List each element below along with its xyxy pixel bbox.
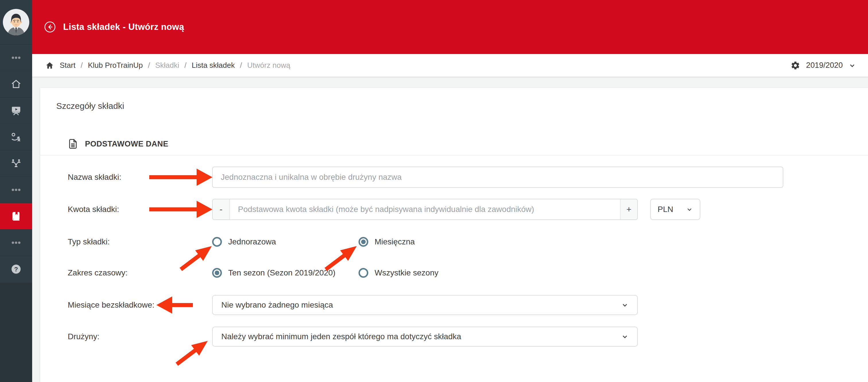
tactics-icon: [11, 131, 22, 143]
radio-this-season[interactable]: [212, 268, 222, 278]
fees-book-icon: [11, 211, 22, 222]
sidebar-footer-space: [0, 283, 32, 382]
help-icon: ?: [11, 264, 22, 274]
home-icon: [11, 79, 22, 90]
section-header-basic-data: PODSTAWOWE DANE: [67, 134, 168, 154]
teams-select-value: Należy wybrać minimum jeden zespół które…: [221, 332, 461, 341]
sidebar-item-tactics[interactable]: [0, 124, 32, 150]
sidebar-item-trainings[interactable]: [0, 97, 32, 124]
breadcrumb-separator: /: [179, 61, 191, 70]
sidebar: ?: [0, 0, 32, 382]
sidebar-item-menu-group-2[interactable]: [0, 177, 32, 203]
breadcrumb-item-create-new: Utwórz nową: [247, 61, 290, 70]
sidebar-item-home[interactable]: [0, 71, 32, 97]
radio-monthly-label: Miesięczna: [375, 237, 415, 246]
range-option-all-seasons: Wszystkie sezony: [359, 268, 439, 278]
chevron-down-icon: [848, 62, 856, 69]
currency-value: PLN: [658, 205, 673, 214]
breadcrumb-separator: /: [75, 61, 88, 70]
breadcrumb-separator: /: [143, 61, 155, 70]
form-row-name: Nazwa składki:: [68, 167, 857, 188]
radio-monthly[interactable]: [359, 237, 368, 247]
breadcrumb-bar: Start / Klub ProTrainUp / Składki / List…: [32, 54, 868, 77]
page-header: Lista składek - Utwórz nową: [32, 0, 868, 54]
type-option-one-time: Jednorazowa: [212, 237, 359, 247]
radio-all-seasons[interactable]: [359, 268, 368, 278]
teams-select[interactable]: Należy wybrać minimum jeden zespół które…: [212, 327, 638, 347]
radio-one-time-label: Jednorazowa: [228, 237, 276, 246]
form-row-range: Zakres czasowy: Ten sezon (Sezon 2019/20…: [68, 264, 857, 282]
form-row-type: Typ składki: Jednorazowa Miesięczna: [68, 233, 857, 251]
menu-dots-icon: [11, 237, 22, 248]
fee-name-input[interactable]: [212, 167, 783, 188]
sidebar-item-fees[interactable]: [0, 203, 32, 230]
amount-field-label: Kwota składki:: [68, 205, 212, 214]
svg-text:?: ?: [14, 266, 18, 273]
page-title: Lista składek - Utwórz nową: [63, 22, 184, 32]
radio-this-season-label: Ten sezon (Sezon 2019/2020): [228, 268, 336, 277]
team-structure-icon: [11, 158, 22, 169]
currency-select[interactable]: PLN: [650, 199, 701, 220]
menu-dots-icon: [11, 184, 22, 195]
name-field-label: Nazwa składki:: [68, 173, 212, 182]
form-row-amount: Kwota składki: - + PLN: [68, 199, 857, 220]
back-button[interactable]: [43, 21, 56, 33]
form-row-teams: Drużyny: Należy wybrać minimum jeden zes…: [68, 327, 857, 347]
sidebar-item-menu-group-1[interactable]: [0, 45, 32, 71]
avatar-image: [3, 9, 29, 35]
sidebar-item-team-structure[interactable]: [0, 150, 32, 177]
teams-field-label: Drużyny:: [68, 332, 212, 341]
sidebar-item-menu-group-3[interactable]: [0, 230, 32, 256]
season-label: 2019/2020: [806, 61, 843, 70]
type-field-label: Typ składki:: [68, 237, 212, 246]
months-field-label: Miesiące bezskładkowe:: [68, 300, 212, 310]
range-field-label: Zakres czasowy:: [68, 268, 212, 277]
months-select-value: Nie wybrano żadnego miesiąca: [221, 300, 333, 310]
chevron-down-icon: [621, 301, 629, 309]
fee-details-card: Szczegóły składki PODSTAWOWE DANE Nazwa …: [40, 88, 868, 382]
range-option-this-season: Ten sezon (Sezon 2019/2020): [212, 268, 359, 278]
amount-decrease-button[interactable]: -: [213, 199, 230, 219]
amount-increase-button[interactable]: +: [620, 199, 637, 219]
season-picker[interactable]: 2019/2020: [790, 61, 856, 70]
months-select[interactable]: Nie wybrano żadnego miesiąca: [212, 295, 638, 315]
chevron-down-icon: [686, 206, 693, 213]
training-board-icon: [11, 105, 22, 116]
sidebar-item-help[interactable]: ?: [0, 256, 32, 282]
type-option-monthly: Miesięczna: [359, 237, 415, 247]
section-title: PODSTAWOWE DANE: [85, 140, 168, 148]
breadcrumb-item-fee-list[interactable]: Lista składek: [192, 61, 235, 70]
breadcrumb-item-start[interactable]: Start: [60, 61, 75, 70]
breadcrumb-item-fees[interactable]: Składki: [155, 61, 179, 70]
amount-stepper: - +: [212, 199, 638, 220]
menu-dots-icon: [11, 52, 22, 63]
radio-one-time[interactable]: [212, 237, 222, 247]
back-arrow-icon: [44, 21, 56, 33]
form-row-months: Miesiące bezskładkowe: Nie wybrano żadne…: [68, 295, 857, 315]
section-divider: [40, 155, 868, 155]
user-avatar[interactable]: [0, 0, 32, 45]
breadcrumb-separator: /: [235, 61, 247, 70]
fee-amount-input[interactable]: [230, 199, 620, 219]
radio-all-seasons-label: Wszystkie sezony: [375, 268, 439, 277]
chevron-down-icon: [621, 333, 629, 340]
breadcrumb-home-icon[interactable]: [45, 61, 54, 70]
document-icon: [67, 138, 79, 150]
breadcrumb-item-club[interactable]: Klub ProTrainUp: [88, 61, 143, 70]
card-title: Szczegóły składki: [56, 101, 124, 111]
gear-icon: [790, 61, 800, 70]
